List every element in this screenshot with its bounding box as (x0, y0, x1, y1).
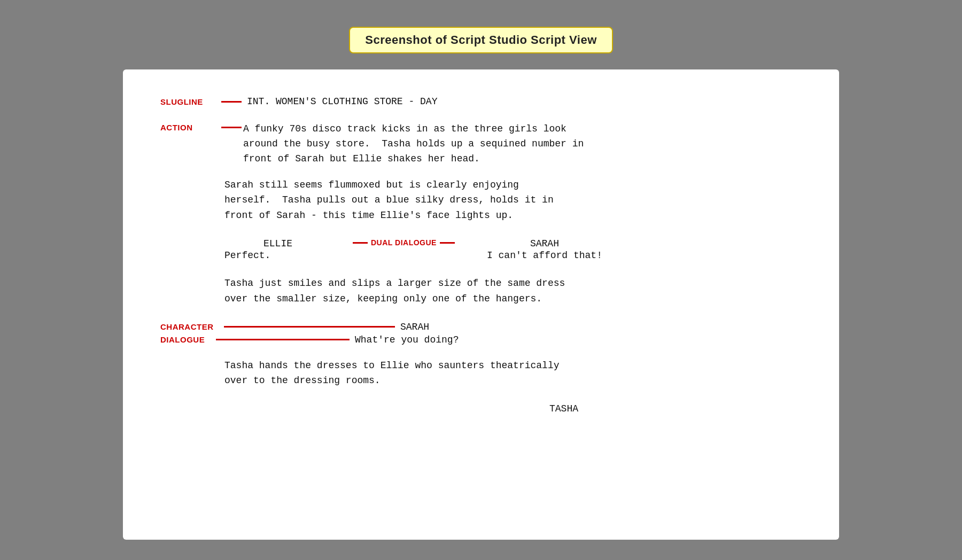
slugline-text: INT. WOMEN'S CLOTHING STORE - DAY (247, 96, 437, 107)
dialogue-text: What're you doing? (355, 335, 459, 345)
title-text: Screenshot of Script Studio Script View (365, 33, 597, 46)
dialogue-block-main: DIALOGUE What're you doing? (160, 335, 807, 345)
action-label-line (221, 127, 242, 128)
character-label: CHARACTER (160, 322, 222, 331)
ellie-column: ELLIE Perfect. (224, 238, 331, 261)
dialogue-label: DIALOGUE (160, 335, 214, 344)
dual-dialogue-block: ELLIE Perfect. DUAL DIALOGUE SARAH I can… (160, 238, 807, 261)
dialogue-label-line (216, 339, 350, 340)
slugline-label-line (221, 101, 242, 103)
action-para3-block: Tasha just smiles and slips a larger siz… (160, 276, 807, 307)
action-para1: A funky 70s disco track kicks in as the … (243, 122, 584, 167)
slugline-block: SLUGLINE INT. WOMEN'S CLOTHING STORE - D… (160, 96, 807, 107)
sarah-line-dual: I can't afford that! (487, 250, 602, 261)
title-badge: Screenshot of Script Studio Script View (349, 27, 613, 53)
dual-dialogue-label: DUAL DIALOGUE (353, 238, 455, 247)
dd-line-right (440, 242, 455, 244)
action-block: ACTION A funky 70s disco track kicks in … (160, 122, 807, 223)
ellie-name: ELLIE (224, 238, 331, 249)
slugline-label: SLUGLINE (160, 97, 219, 106)
tasha-name: TASHA (321, 403, 807, 414)
character-label-line (224, 326, 395, 328)
dd-line-left (353, 242, 368, 244)
dual-dialogue-text: DUAL DIALOGUE (371, 238, 437, 247)
action-para4: Tasha hands the dresses to Ellie who sau… (224, 358, 807, 389)
sarah-column: SARAH I can't afford that! (487, 238, 602, 261)
tasha-block: TASHA (160, 403, 807, 414)
dual-dialogue-label-area: DUAL DIALOGUE (331, 238, 476, 247)
script-page: SLUGLINE INT. WOMEN'S CLOTHING STORE - D… (123, 69, 839, 540)
character-name: SARAH (400, 322, 429, 332)
action-label: ACTION (160, 123, 219, 132)
main-wrapper: Screenshot of Script Studio Script View … (11, 16, 951, 560)
ellie-line: Perfect. (224, 250, 331, 261)
character-block: CHARACTER SARAH (160, 322, 807, 332)
action-para3: Tasha just smiles and slips a larger siz… (224, 276, 807, 307)
action-para4-block: Tasha hands the dresses to Ellie who sau… (160, 358, 807, 389)
action-para2: Sarah still seems flummoxed but is clear… (224, 177, 807, 223)
sarah-name-dual: SARAH (487, 238, 602, 249)
